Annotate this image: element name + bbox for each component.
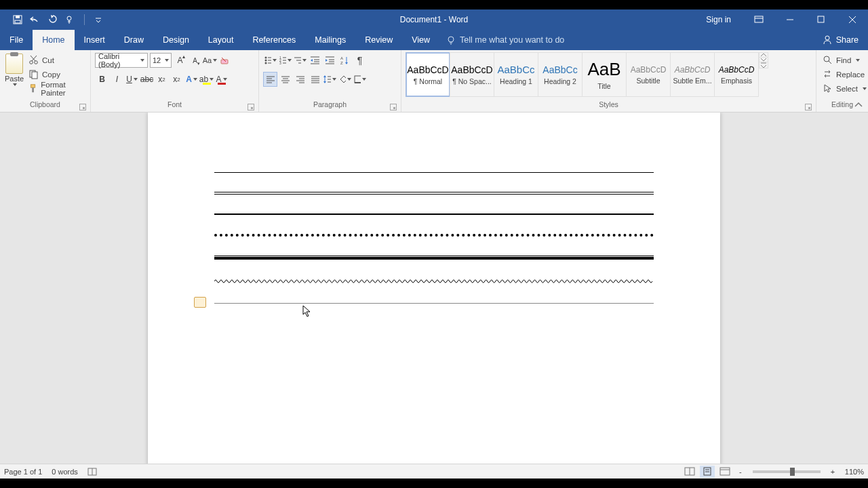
style---normal[interactable]: AaBbCcD¶ Normal bbox=[406, 52, 450, 97]
justify-button[interactable] bbox=[308, 72, 322, 87]
style---no-spac---[interactable]: AaBbCcD¶ No Spac... bbox=[450, 52, 494, 97]
bullets-button[interactable] bbox=[263, 53, 277, 68]
borders-button[interactable] bbox=[353, 72, 367, 87]
zoom-slider[interactable] bbox=[753, 470, 821, 473]
styles-scroll[interactable] bbox=[759, 52, 768, 68]
status-page[interactable]: Page 1 of 1 bbox=[4, 468, 42, 476]
view-read-icon[interactable] bbox=[682, 466, 697, 478]
superscript-button[interactable]: x2 bbox=[170, 72, 184, 87]
undo-icon[interactable] bbox=[30, 14, 41, 25]
style-title[interactable]: AaBTitle bbox=[582, 52, 627, 97]
style-subtitle[interactable]: AaBbCcDSubtitle bbox=[626, 52, 671, 97]
chevron-down-icon bbox=[362, 78, 366, 81]
tab-insert[interactable]: Insert bbox=[75, 30, 115, 50]
increase-indent-button[interactable] bbox=[323, 53, 337, 68]
cut-button[interactable]: Cut bbox=[28, 54, 86, 66]
redo-icon[interactable] bbox=[47, 14, 58, 25]
strikethrough-button[interactable]: abc bbox=[140, 72, 154, 87]
font-color-button[interactable]: A bbox=[214, 72, 229, 87]
view-print-icon[interactable] bbox=[700, 466, 715, 478]
font-name-combo[interactable]: Calibri (Body) bbox=[95, 53, 148, 68]
tab-view[interactable]: View bbox=[402, 30, 439, 50]
document-area[interactable] bbox=[0, 113, 868, 464]
tab-design[interactable]: Design bbox=[153, 30, 199, 50]
paste-button[interactable]: Paste bbox=[4, 52, 24, 86]
maximize-icon[interactable] bbox=[806, 9, 837, 30]
svg-rect-71 bbox=[355, 76, 361, 83]
tab-file[interactable]: File bbox=[0, 30, 33, 50]
decrease-indent-button[interactable] bbox=[308, 53, 322, 68]
collapse-ribbon-icon[interactable] bbox=[853, 100, 864, 110]
bold-button[interactable]: B bbox=[95, 72, 109, 87]
font-size-combo[interactable]: 12 bbox=[150, 53, 172, 68]
align-left-button[interactable] bbox=[263, 72, 277, 87]
tab-home[interactable]: Home bbox=[33, 30, 74, 50]
subscript-button[interactable]: x2 bbox=[155, 72, 169, 87]
align-center-button[interactable] bbox=[278, 72, 292, 87]
comment-marker-icon[interactable] bbox=[194, 297, 206, 308]
tab-mailings[interactable]: Mailings bbox=[305, 30, 355, 50]
styles-down-icon[interactable] bbox=[760, 58, 768, 62]
select-button[interactable]: Select bbox=[823, 82, 867, 95]
chevron-down-icon bbox=[134, 78, 138, 81]
status-words[interactable]: 0 words bbox=[52, 468, 78, 476]
close-icon[interactable] bbox=[837, 9, 868, 30]
replace-button[interactable]: Replace bbox=[823, 68, 867, 81]
numbering-button[interactable]: 123 bbox=[278, 53, 292, 68]
line-spacing-button[interactable] bbox=[323, 72, 337, 87]
tab-references[interactable]: References bbox=[243, 30, 305, 50]
styles-up-icon[interactable] bbox=[760, 53, 768, 58]
shading-button[interactable] bbox=[338, 72, 352, 87]
dialog-launcher-icon[interactable] bbox=[79, 104, 86, 110]
format-painter-button[interactable]: Format Painter bbox=[28, 82, 86, 95]
style-emphasis[interactable]: AaBbCcDEmphasis bbox=[714, 52, 759, 97]
styles-gallery[interactable]: AaBbCcD¶ NormalAaBbCcD¶ No Spac...AaBbCc… bbox=[406, 52, 759, 97]
dialog-launcher-icon[interactable] bbox=[248, 104, 254, 110]
dialog-launcher-icon[interactable] bbox=[805, 104, 812, 110]
dialog-launcher-icon[interactable] bbox=[390, 104, 397, 110]
zoom-level[interactable]: 110% bbox=[845, 468, 864, 476]
align-right-button[interactable] bbox=[293, 72, 307, 87]
indent-icon bbox=[325, 56, 335, 65]
chevron-down-icon bbox=[213, 59, 217, 62]
underline-button[interactable]: U bbox=[125, 72, 139, 87]
text-effects-button[interactable]: A bbox=[184, 72, 199, 87]
tab-layout[interactable]: Layout bbox=[199, 30, 243, 50]
sort-button[interactable]: AZ bbox=[338, 53, 352, 68]
align-left-icon bbox=[266, 75, 275, 83]
style-heading-1[interactable]: AaBbCcHeading 1 bbox=[494, 52, 538, 97]
svg-point-26 bbox=[265, 60, 267, 62]
signin-link[interactable]: Sign in bbox=[694, 15, 743, 24]
style-heading-2[interactable]: AaBbCcHeading 2 bbox=[538, 52, 583, 97]
page[interactable] bbox=[148, 113, 720, 464]
tab-draw[interactable]: Draw bbox=[115, 30, 153, 50]
change-case-button[interactable]: Aa bbox=[203, 53, 216, 68]
tell-me-search[interactable]: Tell me what you want to do bbox=[439, 30, 571, 50]
show-marks-button[interactable]: ¶ bbox=[353, 53, 367, 68]
status-proof-icon[interactable] bbox=[87, 467, 98, 476]
clear-formatting-button[interactable] bbox=[218, 53, 231, 68]
shrink-font-button[interactable]: A▾ bbox=[189, 53, 201, 68]
zoom-thumb[interactable] bbox=[790, 468, 795, 476]
find-button[interactable]: Find bbox=[823, 54, 867, 66]
grow-font-button[interactable]: A▴ bbox=[174, 53, 186, 68]
scissors-icon bbox=[28, 55, 39, 65]
ribbon-display-icon[interactable] bbox=[743, 9, 774, 30]
multilevel-list-button[interactable] bbox=[293, 53, 307, 68]
save-icon[interactable] bbox=[12, 14, 23, 25]
zoom-out-button[interactable]: - bbox=[735, 468, 746, 476]
style-subtle-em---[interactable]: AaBbCcDSubtle Em... bbox=[670, 52, 715, 97]
highlight-button[interactable]: ab bbox=[199, 72, 214, 87]
styles-more-icon[interactable] bbox=[760, 62, 768, 68]
zoom-in-button[interactable]: + bbox=[827, 468, 838, 476]
tab-review[interactable]: Review bbox=[355, 30, 402, 50]
view-web-icon[interactable] bbox=[717, 466, 732, 478]
copy-button[interactable]: Copy bbox=[28, 68, 86, 81]
share-button[interactable]: Share bbox=[813, 30, 868, 50]
minimize-icon[interactable] bbox=[774, 9, 806, 30]
paste-icon bbox=[5, 54, 23, 74]
touch-mode-icon[interactable] bbox=[65, 14, 76, 25]
qat-customize-icon[interactable] bbox=[93, 14, 104, 25]
italic-button[interactable]: I bbox=[110, 72, 124, 87]
chevron-down-icon bbox=[193, 78, 197, 81]
